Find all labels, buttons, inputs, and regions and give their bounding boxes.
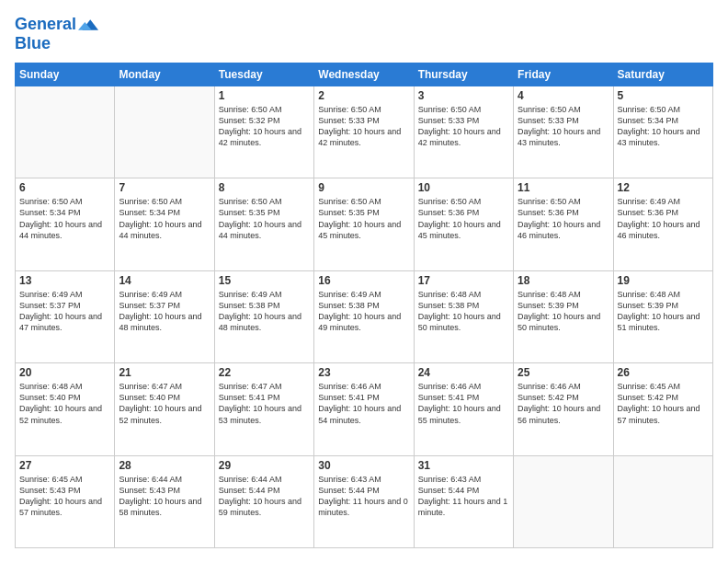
day-number: 25 bbox=[518, 366, 609, 379]
calendar-cell: 23Sunrise: 6:46 AM Sunset: 5:41 PM Dayli… bbox=[314, 363, 414, 455]
day-number: 19 bbox=[618, 274, 709, 287]
day-number: 29 bbox=[219, 459, 310, 472]
day-number: 12 bbox=[618, 181, 709, 194]
day-number: 9 bbox=[318, 181, 409, 194]
day-number: 2 bbox=[318, 89, 409, 102]
day-number: 31 bbox=[418, 459, 509, 472]
calendar-header-row: SundayMondayTuesdayWednesdayThursdayFrid… bbox=[16, 63, 713, 86]
calendar-cell: 2Sunrise: 6:50 AM Sunset: 5:33 PM Daylig… bbox=[314, 86, 414, 178]
day-info: Sunrise: 6:49 AM Sunset: 5:36 PM Dayligh… bbox=[618, 196, 709, 241]
day-info: Sunrise: 6:50 AM Sunset: 5:35 PM Dayligh… bbox=[219, 196, 310, 241]
page: General Blue SundayMondayTuesdayWednesda… bbox=[0, 0, 728, 563]
day-number: 13 bbox=[19, 274, 110, 287]
day-info: Sunrise: 6:50 AM Sunset: 5:36 PM Dayligh… bbox=[418, 196, 509, 241]
week-row-3: 13Sunrise: 6:49 AM Sunset: 5:37 PM Dayli… bbox=[16, 270, 713, 362]
day-number: 27 bbox=[19, 459, 110, 472]
day-info: Sunrise: 6:48 AM Sunset: 5:39 PM Dayligh… bbox=[518, 289, 609, 334]
day-info: Sunrise: 6:48 AM Sunset: 5:40 PM Dayligh… bbox=[19, 381, 110, 426]
calendar-cell: 22Sunrise: 6:47 AM Sunset: 5:41 PM Dayli… bbox=[214, 363, 313, 455]
calendar-cell: 4Sunrise: 6:50 AM Sunset: 5:33 PM Daylig… bbox=[514, 86, 613, 178]
day-number: 7 bbox=[119, 181, 210, 194]
calendar-cell: 29Sunrise: 6:44 AM Sunset: 5:44 PM Dayli… bbox=[214, 455, 313, 547]
day-info: Sunrise: 6:44 AM Sunset: 5:43 PM Dayligh… bbox=[119, 474, 210, 519]
calendar-cell: 19Sunrise: 6:48 AM Sunset: 5:39 PM Dayli… bbox=[613, 270, 712, 362]
week-row-4: 20Sunrise: 6:48 AM Sunset: 5:40 PM Dayli… bbox=[16, 363, 713, 455]
day-info: Sunrise: 6:50 AM Sunset: 5:33 PM Dayligh… bbox=[418, 104, 509, 149]
logo: General Blue bbox=[15, 15, 98, 53]
calendar-cell bbox=[613, 455, 712, 547]
calendar-cell: 12Sunrise: 6:49 AM Sunset: 5:36 PM Dayli… bbox=[613, 178, 712, 270]
calendar-cell: 1Sunrise: 6:50 AM Sunset: 5:32 PM Daylig… bbox=[214, 86, 313, 178]
day-info: Sunrise: 6:43 AM Sunset: 5:44 PM Dayligh… bbox=[418, 474, 509, 519]
day-number: 10 bbox=[418, 181, 509, 194]
day-info: Sunrise: 6:45 AM Sunset: 5:42 PM Dayligh… bbox=[618, 381, 709, 426]
col-header-wednesday: Wednesday bbox=[314, 63, 414, 86]
calendar-cell: 30Sunrise: 6:43 AM Sunset: 5:44 PM Dayli… bbox=[314, 455, 414, 547]
day-number: 4 bbox=[518, 89, 609, 102]
logo-icon bbox=[78, 15, 98, 35]
day-info: Sunrise: 6:50 AM Sunset: 5:33 PM Dayligh… bbox=[318, 104, 409, 149]
calendar-cell: 3Sunrise: 6:50 AM Sunset: 5:33 PM Daylig… bbox=[414, 86, 513, 178]
day-info: Sunrise: 6:46 AM Sunset: 5:41 PM Dayligh… bbox=[318, 381, 409, 426]
week-row-2: 6Sunrise: 6:50 AM Sunset: 5:34 PM Daylig… bbox=[16, 178, 713, 270]
day-number: 1 bbox=[219, 89, 310, 102]
calendar-cell: 6Sunrise: 6:50 AM Sunset: 5:34 PM Daylig… bbox=[16, 178, 115, 270]
day-info: Sunrise: 6:50 AM Sunset: 5:36 PM Dayligh… bbox=[518, 196, 609, 241]
day-info: Sunrise: 6:50 AM Sunset: 5:34 PM Dayligh… bbox=[618, 104, 709, 149]
day-number: 5 bbox=[618, 89, 709, 102]
day-info: Sunrise: 6:49 AM Sunset: 5:38 PM Dayligh… bbox=[318, 289, 409, 334]
day-info: Sunrise: 6:50 AM Sunset: 5:34 PM Dayligh… bbox=[19, 196, 110, 241]
calendar-cell: 18Sunrise: 6:48 AM Sunset: 5:39 PM Dayli… bbox=[514, 270, 613, 362]
day-info: Sunrise: 6:44 AM Sunset: 5:44 PM Dayligh… bbox=[219, 474, 310, 519]
col-header-monday: Monday bbox=[115, 63, 214, 86]
day-info: Sunrise: 6:47 AM Sunset: 5:41 PM Dayligh… bbox=[219, 381, 310, 426]
day-info: Sunrise: 6:50 AM Sunset: 5:35 PM Dayligh… bbox=[318, 196, 409, 241]
day-number: 11 bbox=[518, 181, 609, 194]
calendar-cell bbox=[115, 86, 214, 178]
day-info: Sunrise: 6:49 AM Sunset: 5:37 PM Dayligh… bbox=[19, 289, 110, 334]
day-info: Sunrise: 6:47 AM Sunset: 5:40 PM Dayligh… bbox=[119, 381, 210, 426]
col-header-thursday: Thursday bbox=[414, 63, 513, 86]
calendar-cell: 31Sunrise: 6:43 AM Sunset: 5:44 PM Dayli… bbox=[414, 455, 513, 547]
calendar-cell bbox=[16, 86, 115, 178]
day-number: 18 bbox=[518, 274, 609, 287]
week-row-5: 27Sunrise: 6:45 AM Sunset: 5:43 PM Dayli… bbox=[16, 455, 713, 547]
day-info: Sunrise: 6:46 AM Sunset: 5:41 PM Dayligh… bbox=[418, 381, 509, 426]
day-info: Sunrise: 6:49 AM Sunset: 5:37 PM Dayligh… bbox=[119, 289, 210, 334]
day-info: Sunrise: 6:43 AM Sunset: 5:44 PM Dayligh… bbox=[318, 474, 409, 519]
day-info: Sunrise: 6:49 AM Sunset: 5:38 PM Dayligh… bbox=[219, 289, 310, 334]
calendar-cell: 7Sunrise: 6:50 AM Sunset: 5:34 PM Daylig… bbox=[115, 178, 214, 270]
day-number: 23 bbox=[318, 366, 409, 379]
day-info: Sunrise: 6:50 AM Sunset: 5:32 PM Dayligh… bbox=[219, 104, 310, 149]
calendar-cell: 28Sunrise: 6:44 AM Sunset: 5:43 PM Dayli… bbox=[115, 455, 214, 547]
calendar-cell: 11Sunrise: 6:50 AM Sunset: 5:36 PM Dayli… bbox=[514, 178, 613, 270]
week-row-1: 1Sunrise: 6:50 AM Sunset: 5:32 PM Daylig… bbox=[16, 86, 713, 178]
calendar-cell: 13Sunrise: 6:49 AM Sunset: 5:37 PM Dayli… bbox=[16, 270, 115, 362]
calendar-table: SundayMondayTuesdayWednesdayThursdayFrid… bbox=[15, 63, 713, 548]
header: General Blue bbox=[15, 15, 713, 53]
col-header-saturday: Saturday bbox=[613, 63, 712, 86]
calendar-cell: 15Sunrise: 6:49 AM Sunset: 5:38 PM Dayli… bbox=[214, 270, 313, 362]
col-header-sunday: Sunday bbox=[16, 63, 115, 86]
day-number: 30 bbox=[318, 459, 409, 472]
day-info: Sunrise: 6:45 AM Sunset: 5:43 PM Dayligh… bbox=[19, 474, 110, 519]
day-number: 17 bbox=[418, 274, 509, 287]
calendar-cell: 14Sunrise: 6:49 AM Sunset: 5:37 PM Dayli… bbox=[115, 270, 214, 362]
day-number: 24 bbox=[418, 366, 509, 379]
day-number: 15 bbox=[219, 274, 310, 287]
calendar-cell: 17Sunrise: 6:48 AM Sunset: 5:38 PM Dayli… bbox=[414, 270, 513, 362]
day-info: Sunrise: 6:46 AM Sunset: 5:42 PM Dayligh… bbox=[518, 381, 609, 426]
day-number: 26 bbox=[618, 366, 709, 379]
calendar-cell: 16Sunrise: 6:49 AM Sunset: 5:38 PM Dayli… bbox=[314, 270, 414, 362]
calendar-cell: 24Sunrise: 6:46 AM Sunset: 5:41 PM Dayli… bbox=[414, 363, 513, 455]
col-header-tuesday: Tuesday bbox=[214, 63, 313, 86]
day-info: Sunrise: 6:50 AM Sunset: 5:34 PM Dayligh… bbox=[119, 196, 210, 241]
calendar-cell: 9Sunrise: 6:50 AM Sunset: 5:35 PM Daylig… bbox=[314, 178, 414, 270]
calendar-cell: 20Sunrise: 6:48 AM Sunset: 5:40 PM Dayli… bbox=[16, 363, 115, 455]
day-number: 22 bbox=[219, 366, 310, 379]
day-number: 14 bbox=[119, 274, 210, 287]
calendar-cell: 21Sunrise: 6:47 AM Sunset: 5:40 PM Dayli… bbox=[115, 363, 214, 455]
day-info: Sunrise: 6:50 AM Sunset: 5:33 PM Dayligh… bbox=[518, 104, 609, 149]
day-number: 6 bbox=[19, 181, 110, 194]
day-number: 20 bbox=[19, 366, 110, 379]
